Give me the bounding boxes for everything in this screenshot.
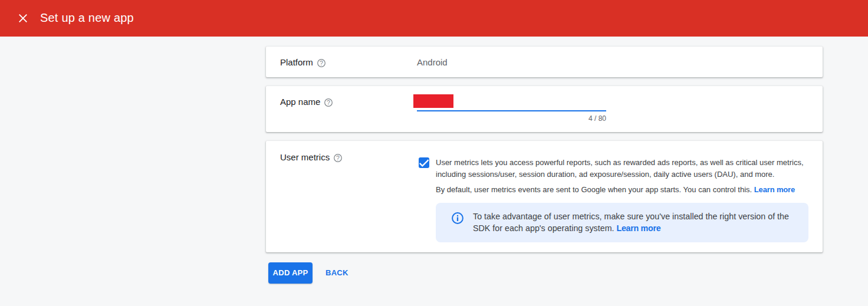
svg-text:?: ? [336, 154, 340, 162]
svg-text:?: ? [320, 60, 323, 67]
svg-text:?: ? [327, 99, 330, 106]
